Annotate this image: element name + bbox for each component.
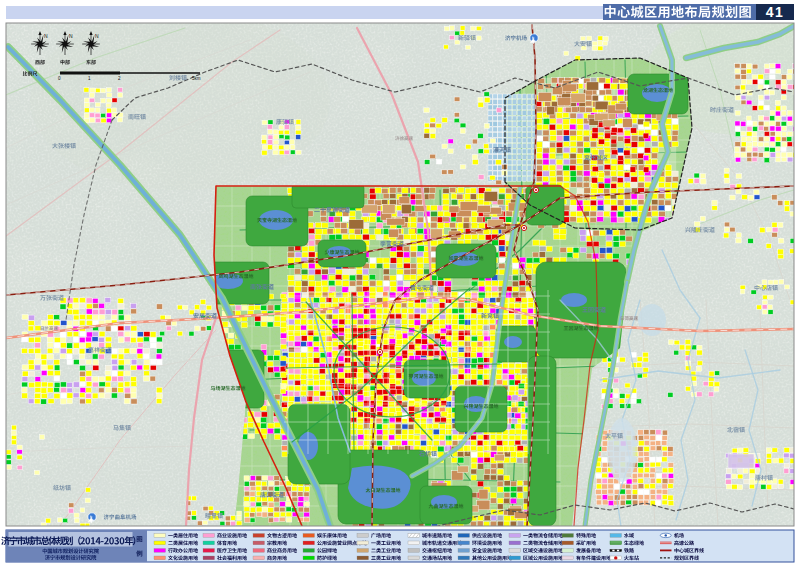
svg-text:41: 41: [766, 4, 785, 20]
svg-text:N: N: [69, 33, 73, 39]
svg-text:N: N: [95, 33, 99, 39]
svg-text:N: N: [44, 33, 48, 39]
svg-text:5km: 5km: [192, 76, 201, 81]
